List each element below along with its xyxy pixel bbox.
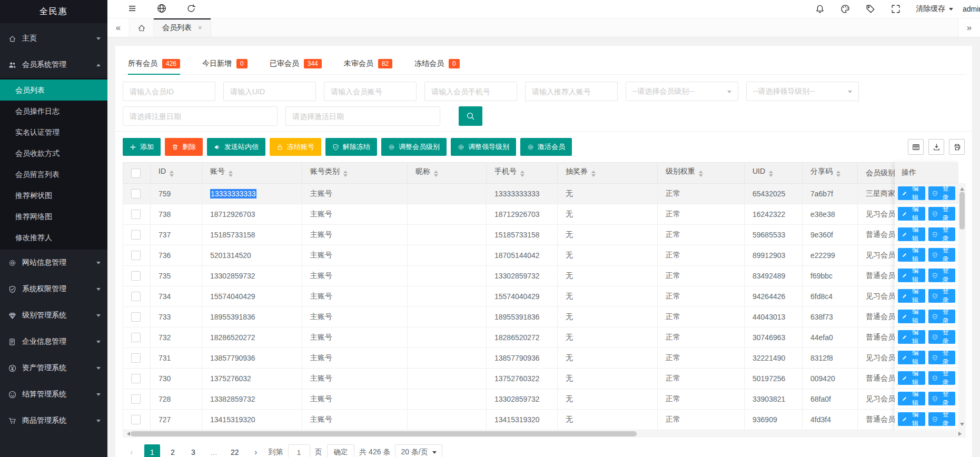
column-header-id[interactable]: ID [151, 163, 202, 184]
row-checkbox[interactable] [131, 394, 141, 404]
login-button[interactable]: 登录 [928, 207, 956, 221]
sidebar-item-goods-mgmt[interactable]: 商品管理系统 [0, 408, 107, 434]
page-button-2[interactable]: 2 [165, 444, 181, 457]
sort-icon[interactable] [434, 168, 438, 179]
login-button[interactable]: 登录 [928, 310, 956, 323]
freeze-account-button[interactable]: 冻结账号 [270, 138, 321, 156]
row-checkbox[interactable] [131, 210, 141, 219]
account-input[interactable] [324, 82, 417, 101]
row-checkbox[interactable] [131, 271, 141, 281]
login-button[interactable]: 登录 [928, 248, 956, 262]
sidebar-subitem-member-messages[interactable]: 会员留言列表 [0, 164, 107, 185]
column-header-account[interactable]: 账号 [202, 163, 302, 184]
status-tab-approved-members[interactable]: 已审会员344 [270, 53, 322, 74]
send-message-button[interactable]: 发送站内信 [207, 138, 265, 156]
horizontal-scroll-thumb[interactable] [131, 431, 637, 436]
sidebar-subitem-realname-auth[interactable]: 实名认证管理 [0, 122, 107, 143]
edit-button[interactable]: 编辑 [898, 269, 925, 282]
login-button[interactable]: 登录 [928, 371, 956, 385]
sort-icon[interactable] [520, 168, 524, 179]
member-id-input[interactable] [123, 82, 215, 101]
login-button[interactable]: 登录 [928, 412, 956, 426]
column-header-uid[interactable]: UID [745, 163, 803, 184]
select-all-checkbox[interactable] [131, 168, 141, 178]
edit-button[interactable]: 编辑 [898, 227, 925, 241]
sort-icon[interactable] [170, 168, 174, 179]
sort-icon[interactable] [229, 168, 233, 179]
sidebar-item-enterprise-info[interactable]: 企业信息管理 [0, 329, 107, 355]
tab-member-list[interactable]: 会员列表 × [154, 18, 211, 37]
delete-button[interactable]: 删除 [165, 138, 203, 156]
edit-button[interactable]: 编辑 [898, 371, 925, 385]
search-button[interactable] [459, 106, 482, 126]
unfreeze-button[interactable]: 解除冻结 [325, 138, 377, 156]
sidebar-subitem-change-referrer[interactable]: 修改推荐人 [0, 227, 107, 248]
page-button-22[interactable]: 22 [226, 444, 243, 457]
row-checkbox[interactable] [131, 374, 141, 383]
edit-button[interactable]: 编辑 [898, 248, 925, 262]
status-tab-frozen-members[interactable]: 冻结会员0 [414, 53, 460, 74]
tag-button[interactable] [858, 4, 883, 14]
row-checkbox[interactable] [131, 292, 141, 301]
column-header-phone[interactable]: 手机号 [487, 163, 558, 184]
adjust-leader-level-button[interactable]: 调整领导级别 [451, 138, 516, 156]
row-checkbox[interactable] [131, 333, 141, 342]
sort-icon[interactable] [591, 168, 596, 179]
sidebar-subitem-member-op-log[interactable]: 会员操作日志 [0, 101, 107, 122]
horizontal-scrollbar[interactable] [123, 430, 966, 438]
register-date-input[interactable] [123, 106, 278, 126]
activate-member-button[interactable]: 激活会员 [520, 138, 572, 156]
page-prev-button[interactable]: ‹ [124, 444, 140, 457]
vertical-scrollbar[interactable] [958, 183, 966, 430]
row-checkbox[interactable] [131, 353, 141, 363]
sidebar-item-level-mgmt[interactable]: 级别管理系统 [0, 302, 107, 329]
sidebar-item-settlement-mgmt[interactable]: 结算管理系统 [0, 381, 107, 408]
page-next-button[interactable]: › [248, 444, 264, 457]
sidebar-subitem-member-payment[interactable]: 会员收款方式 [0, 143, 107, 164]
row-checkbox[interactable] [131, 189, 141, 198]
column-header-type[interactable]: 账号类别 [302, 163, 408, 184]
user-name[interactable]: admin [963, 5, 980, 13]
tab-home[interactable] [130, 18, 154, 37]
login-button[interactable]: 登录 [928, 227, 956, 241]
status-tab-today-new[interactable]: 今日新增0 [202, 53, 248, 74]
login-button[interactable]: 登录 [928, 269, 956, 282]
row-checkbox[interactable] [131, 230, 141, 240]
edit-button[interactable]: 编辑 [898, 207, 925, 221]
row-checkbox[interactable] [131, 415, 141, 424]
close-icon[interactable]: × [198, 24, 202, 32]
edit-button[interactable]: 编辑 [898, 330, 925, 344]
fold-button[interactable] [127, 4, 137, 15]
column-header-share[interactable]: 分享码 [803, 163, 858, 184]
vertical-scroll-thumb[interactable] [959, 192, 965, 230]
palette-button[interactable] [833, 4, 858, 14]
globe-button[interactable] [157, 4, 166, 15]
bell-button[interactable] [807, 4, 833, 14]
login-button[interactable]: 登录 [928, 330, 956, 344]
activate-date-input[interactable] [285, 106, 440, 126]
page-jump-confirm-button[interactable]: 确定 [327, 444, 355, 457]
sidebar-item-home[interactable]: 主页 [0, 25, 107, 52]
login-button[interactable]: 登录 [928, 289, 956, 303]
export-button[interactable] [928, 139, 944, 155]
scroll-up-icon[interactable] [960, 185, 964, 191]
phone-input[interactable] [424, 82, 517, 101]
scroll-left-icon[interactable] [125, 432, 130, 436]
sort-icon[interactable] [769, 168, 773, 179]
edit-button[interactable]: 编辑 [898, 412, 925, 426]
tabs-scroll-left-button[interactable]: « [107, 18, 130, 37]
sidebar-subitem-referral-tree[interactable]: 推荐树状图 [0, 185, 107, 206]
leader-level-select[interactable]: --请选择领导级别-- [746, 82, 859, 101]
member-level-select[interactable]: --请选择会员级别-- [626, 82, 738, 101]
sidebar-item-asset-mgmt[interactable]: 资产管理系统 [0, 355, 107, 381]
page-button-3[interactable]: 3 [185, 444, 201, 457]
uid-input[interactable] [223, 82, 316, 101]
refresh-button[interactable] [186, 4, 196, 15]
adjust-member-level-button[interactable]: 调整会员级别 [381, 138, 447, 156]
page-size-select[interactable]: 20 条/页 [395, 444, 442, 457]
sidebar-subitem-referral-network[interactable]: 推荐网络图 [0, 206, 107, 227]
tabs-scroll-right-button[interactable]: » [958, 18, 980, 37]
referrer-input[interactable] [525, 82, 618, 101]
sort-icon[interactable] [836, 168, 840, 179]
edit-button[interactable]: 编辑 [898, 310, 925, 323]
